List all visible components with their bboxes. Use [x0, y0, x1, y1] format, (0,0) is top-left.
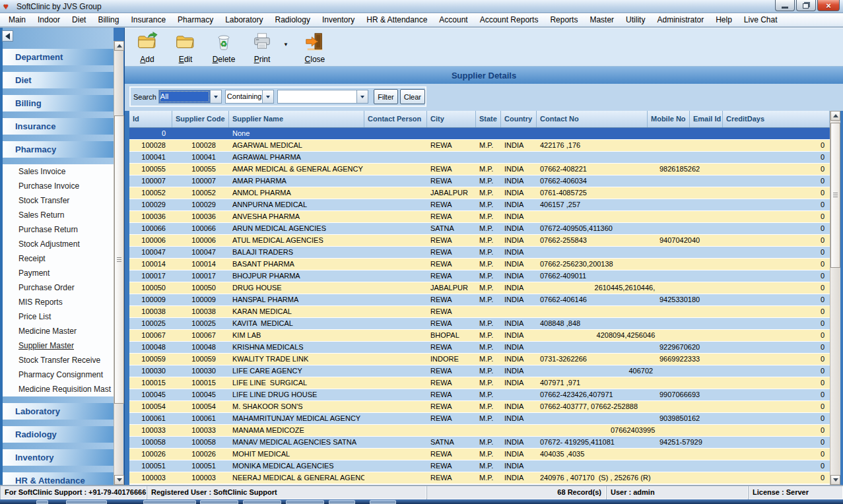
menu-item-indoor[interactable]: Indoor — [32, 13, 66, 26]
column-header-mobile-no[interactable]: Mobile No — [648, 111, 690, 127]
taskbar-window-button[interactable] — [370, 500, 396, 504]
search-value-combobox[interactable] — [277, 90, 368, 104]
column-header-contact-no[interactable]: Contact No — [537, 111, 648, 127]
sidebar-item-stock-transfer[interactable]: Stock Transfer — [3, 193, 114, 208]
supplier-row[interactable]: 100030100030LIFE CARE AGENCYREWAM.P.INDI… — [129, 365, 830, 377]
scrollbar-thumb[interactable] — [830, 123, 840, 268]
supplier-row[interactable]: 100050100050DRUG HOUSEJABALPURM.P.INDIA … — [129, 282, 830, 294]
menu-item-account[interactable]: Account — [433, 13, 473, 26]
taskbar-window-button[interactable] — [286, 500, 324, 504]
sidebar-item-medicine-requisition-mast[interactable]: Medicine Requisition Mast — [3, 382, 114, 396]
sidebar-group-insurance[interactable]: Insurance — [3, 118, 114, 135]
supplier-row[interactable]: 100014100014BASANT PHARMAREWAM.P.INDIA07… — [129, 259, 830, 270]
column-header-supplier-code[interactable]: Supplier Code — [172, 111, 229, 127]
sidebar-item-receipt[interactable]: Receipt — [3, 251, 114, 266]
column-header-id[interactable]: Id — [129, 111, 172, 127]
supplier-row[interactable]: 100015100015LIFE LINE SURGICALREWAM.P.IN… — [129, 377, 830, 389]
taskbar-window-button[interactable] — [200, 500, 238, 504]
sidebar-item-medicine-master[interactable]: Medicine Master — [3, 324, 114, 338]
supplier-row[interactable]: 100025100025KAVITA MEDICALREWAM.P.INDIA4… — [129, 318, 830, 330]
column-header-city[interactable]: City — [427, 111, 476, 127]
sidebar-item-price-list[interactable]: Price List — [3, 309, 114, 324]
clear-button[interactable]: Clear — [400, 89, 425, 104]
supplier-row[interactable]: 100066100066ARUN MEDICAL AGENCIESSATNAM.… — [129, 223, 830, 235]
minimize-button[interactable] — [775, 0, 795, 11]
edit-button[interactable]: Edit — [168, 31, 203, 64]
supplier-row[interactable]: 100041100041AGRAWAL PHARMA0 — [129, 152, 830, 164]
table-scrollbar[interactable] — [830, 111, 840, 485]
sidebar-item-payment[interactable]: Payment — [3, 266, 114, 280]
selected-supplier-row[interactable]: 0None — [129, 128, 830, 140]
sidebar-group-pharmacy[interactable]: Pharmacy — [3, 141, 114, 158]
menu-item-laboratory[interactable]: Laboratory — [219, 13, 269, 26]
supplier-row[interactable]: 100059100059KWALITY TRADE LINKINDOREM.P.… — [129, 354, 830, 365]
column-header-supplier-name[interactable]: Supplier Name — [229, 111, 364, 127]
supplier-row[interactable]: 100028100028AGARWAL MEDICALREWAM.P.INDIA… — [129, 140, 830, 152]
sidebar-item-mis-reports[interactable]: MIS Reports — [3, 295, 114, 309]
search-field-combobox[interactable]: All — [158, 90, 222, 104]
menu-item-inventory[interactable]: Inventory — [316, 13, 360, 26]
menu-item-reports[interactable]: Reports — [544, 13, 584, 26]
taskbar-window-button[interactable] — [36, 500, 48, 504]
scroll-up-button[interactable] — [114, 41, 124, 51]
close-window-button[interactable]: × — [817, 0, 840, 11]
supplier-row[interactable]: 100007100007AMAR PHARMAREWAM.P.INDIA0766… — [129, 175, 830, 187]
supplier-row[interactable]: 100052100052ANMOL PHARMAJABALPURM.P.INDI… — [129, 187, 830, 199]
menu-item-administrator[interactable]: Administrator — [651, 13, 710, 26]
menu-item-account-reports[interactable]: Account Reports — [474, 13, 545, 26]
sidebar-item-pharmacy-consignment[interactable]: Pharmacy Consignment — [3, 367, 114, 382]
sidebar-group-inventory[interactable]: Inventory — [3, 449, 114, 466]
menu-item-utility[interactable]: Utility — [620, 13, 651, 26]
search-operator-combobox[interactable]: Containing — [225, 90, 274, 104]
supplier-row[interactable]: 100055100055AMAR MEDICAL & GENERAL AGENC… — [129, 164, 830, 175]
scroll-up-button[interactable] — [830, 111, 840, 121]
menu-item-radiology[interactable]: Radiology — [269, 13, 316, 26]
column-header-email-id[interactable]: Email Id — [690, 111, 723, 127]
supplier-row[interactable]: 100017100017BHOJPUR PHARMAREWAM.P.INDIA0… — [129, 270, 830, 282]
supplier-row[interactable]: 100006100006ATUL MEDICAL AGENCIESREWAM.P… — [129, 235, 830, 247]
add-button[interactable]: Add — [130, 31, 164, 64]
column-header-state[interactable]: State — [476, 111, 501, 127]
scroll-down-button[interactable] — [114, 475, 124, 485]
supplier-row[interactable]: 100045100045LIFE LINE DRUG HOUSEREWAM.P.… — [129, 389, 830, 401]
supplier-row[interactable]: 100047100047BALAJI TRADERSREWAM.P.INDIA0 — [129, 247, 830, 259]
sidebar-group-department[interactable]: Department — [3, 49, 114, 65]
delete-button[interactable]: ♻Delete — [207, 31, 241, 64]
sidebar-scrollbar[interactable] — [114, 41, 123, 485]
supplier-row[interactable]: 100033100033MANAMA MEDICOZE 076624039950 — [129, 425, 830, 437]
chevron-down-icon[interactable] — [262, 90, 273, 103]
menu-item-billing[interactable]: Billing — [92, 13, 125, 26]
scroll-down-button[interactable] — [830, 475, 840, 485]
menu-item-main[interactable]: Main — [3, 13, 32, 26]
print-dropdown-caret-icon[interactable]: ▼ — [283, 42, 288, 47]
supplier-row[interactable]: 100003100003NEERAJ MEDICAL & GENERAL AGE… — [129, 472, 830, 484]
chevron-down-icon[interactable] — [356, 90, 368, 103]
sidebar-item-stock-transfer-receive[interactable]: Stock Transfer Receive — [3, 353, 114, 367]
supplier-row[interactable]: 100061100061MAHAMRITUNJAY MEDICAL AGENCY… — [129, 413, 830, 425]
menu-item-help[interactable]: Help — [710, 13, 738, 26]
sidebar-item-sales-return[interactable]: Sales Return — [3, 208, 114, 222]
sidebar-item-purchase-invoice[interactable]: Purchase Invoice — [3, 179, 114, 193]
filter-button[interactable]: Filter — [374, 89, 397, 104]
supplier-row[interactable]: 100038100038KARAN MEDICALREWA0 — [129, 306, 830, 318]
chevron-down-icon[interactable] — [210, 90, 221, 103]
column-header-credit-days[interactable]: CreditDays — [723, 111, 830, 127]
sidebar-group-billing[interactable]: Billing — [3, 95, 114, 111]
menu-item-diet[interactable]: Diet — [66, 13, 92, 26]
taskbar-window-button[interactable] — [143, 500, 196, 504]
menu-item-pharmacy[interactable]: Pharmacy — [172, 13, 219, 26]
supplier-row[interactable]: 100036100036ANVESHA PHARMAREWAM.P.INDIA0 — [129, 211, 830, 223]
column-header-contact-person[interactable]: Contact Person — [364, 111, 427, 127]
menu-item-live-chat[interactable]: Live Chat — [738, 13, 784, 26]
column-header-country[interactable]: Country — [501, 111, 537, 127]
sidebar-item-sales-invoice[interactable]: Sales Invoice — [3, 164, 114, 179]
sidebar-group-radiology[interactable]: Radiology — [3, 426, 114, 443]
close-button[interactable]: Close — [298, 31, 332, 64]
supplier-row[interactable]: 100048100048KRISHNA MEDICALSREWAM.P.INDI… — [129, 342, 830, 354]
sidebar-group-diet[interactable]: Diet — [3, 72, 114, 88]
taskbar-window-button[interactable] — [329, 500, 355, 504]
menu-item-insurance[interactable]: Insurance — [125, 13, 172, 26]
restore-button[interactable] — [796, 0, 816, 11]
supplier-row[interactable]: 100026100026MOHIT MEDICALREWAM.P.INDIA40… — [129, 449, 830, 460]
menu-item-hr-attendance[interactable]: HR & Attendance — [360, 13, 433, 26]
